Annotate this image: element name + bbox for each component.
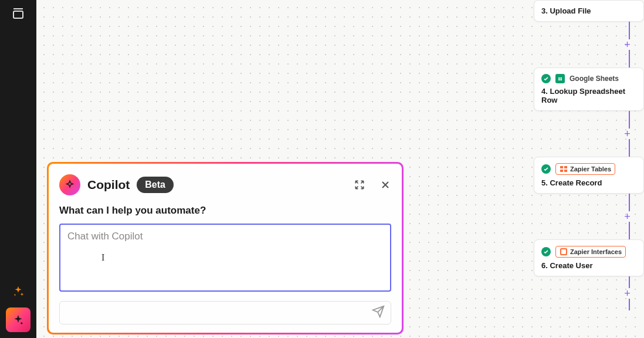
copilot-prompt-text: What can I help you automate? <box>59 205 391 217</box>
add-step-button[interactable]: + <box>622 39 633 50</box>
beta-badge: Beta <box>137 177 174 193</box>
copilot-input[interactable] <box>59 224 391 292</box>
check-icon <box>541 247 551 256</box>
connector-line <box>629 194 630 211</box>
copilot-send-row <box>59 301 391 325</box>
zapier-interfaces-icon <box>560 248 568 256</box>
copilot-launcher-button[interactable] <box>6 307 30 332</box>
copilot-panel-inner: Copilot Beta What <box>49 164 402 333</box>
zapier-tables-icon <box>560 165 568 173</box>
app-name: Zapier Interfaces <box>570 248 622 255</box>
copilot-title: Copilot <box>87 178 130 192</box>
add-step-button[interactable]: + <box>622 129 633 139</box>
svg-rect-8 <box>564 166 567 168</box>
step-app-row: Zapier Interfaces <box>541 246 636 258</box>
copilot-sparkle-icon <box>59 174 80 195</box>
svg-point-2 <box>21 322 22 324</box>
workflow-step-3[interactable]: 3. Upload File <box>534 0 644 22</box>
svg-rect-1 <box>13 11 23 18</box>
step-title: 4. Lookup Spreadsheet Row <box>541 87 636 104</box>
svg-rect-7 <box>560 166 563 168</box>
workflow-step-5[interactable]: Zapier Tables 5. Create Record <box>534 157 644 194</box>
connector-line <box>629 276 630 288</box>
left-sidebar <box>0 0 36 338</box>
copilot-header-actions <box>354 179 391 191</box>
workflow-step-6[interactable]: Zapier Interfaces 6. Create User <box>534 239 644 276</box>
close-icon[interactable] <box>379 179 391 191</box>
copilot-panel: Copilot Beta What <box>47 162 404 334</box>
copilot-title-group: Copilot Beta <box>59 174 174 195</box>
add-step-button[interactable]: + <box>622 211 633 222</box>
app-name: Google Sheets <box>570 75 619 83</box>
step-app-row: Google Sheets <box>541 74 636 83</box>
check-icon <box>541 164 551 174</box>
workflow-step-4[interactable]: Google Sheets 4. Lookup Spreadsheet Row <box>534 67 644 111</box>
expand-icon[interactable] <box>354 179 365 191</box>
google-sheets-icon <box>555 74 565 83</box>
step-app-row: Zapier Tables <box>541 163 636 175</box>
svg-rect-12 <box>561 249 566 254</box>
check-icon <box>541 74 551 83</box>
zapier-tables-badge: Zapier Tables <box>555 163 615 175</box>
svg-rect-9 <box>560 170 563 172</box>
svg-rect-10 <box>564 170 567 172</box>
folders-icon[interactable] <box>11 6 25 23</box>
connector-line <box>629 299 630 310</box>
sparkle-icon <box>12 285 25 300</box>
send-icon[interactable] <box>372 305 385 320</box>
add-step-button[interactable]: + <box>622 288 633 299</box>
connector-line <box>629 139 630 157</box>
connector-line <box>629 111 630 129</box>
step-title: 3. Upload File <box>541 6 636 15</box>
connector-line <box>629 222 630 239</box>
step-title: 6. Create User <box>541 261 636 270</box>
sidebar-bottom-group <box>6 285 30 332</box>
connector-line <box>629 22 630 39</box>
step-title: 5. Create Record <box>541 178 636 187</box>
zapier-interfaces-badge: Zapier Interfaces <box>555 246 626 258</box>
workflow-steps: 3. Upload File + Google Sheets 4. Lookup… <box>533 0 644 310</box>
connector-line <box>629 50 630 67</box>
app-name: Zapier Tables <box>570 165 611 173</box>
copilot-header: Copilot Beta <box>59 174 391 195</box>
